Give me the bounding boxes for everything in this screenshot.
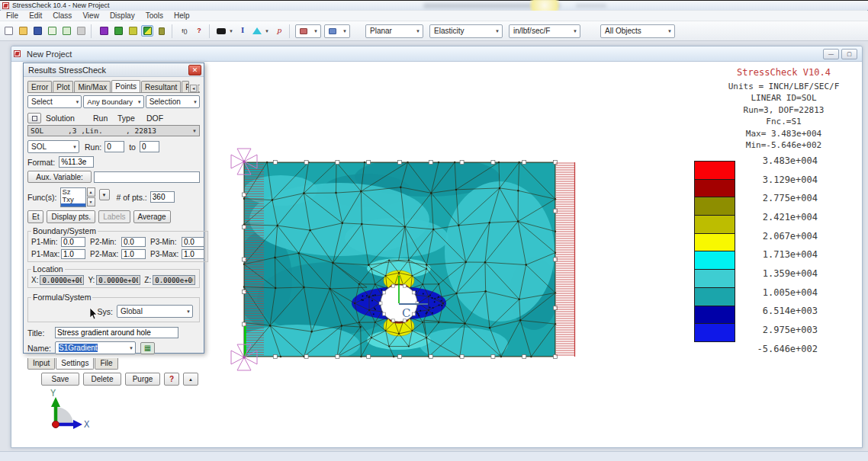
- menu-file[interactable]: File: [6, 11, 18, 20]
- tab-points[interactable]: Points: [111, 80, 140, 93]
- maximize-button[interactable]: ▢: [841, 49, 857, 59]
- save-button[interactable]: Save: [41, 373, 79, 386]
- menu-edit[interactable]: Edit: [29, 11, 42, 20]
- run-to-input[interactable]: [140, 141, 159, 152]
- export-icon[interactable]: [46, 25, 58, 37]
- purge-button[interactable]: Purge: [125, 373, 160, 386]
- selection-combo[interactable]: Selection▼: [146, 95, 200, 108]
- info-linear-id: LINEAR ID=SOL: [702, 92, 866, 104]
- selection-combo-value: Selection: [149, 98, 181, 106]
- p3-min-input[interactable]: [182, 237, 204, 247]
- ibeam-icon[interactable]: I: [236, 25, 249, 37]
- model-view-icon[interactable]: [98, 25, 110, 37]
- menu-tools[interactable]: Tools: [146, 11, 163, 20]
- bottom-tab-settings[interactable]: Settings: [56, 358, 94, 370]
- menu-class[interactable]: Class: [53, 11, 72, 20]
- solution-view-icon[interactable]: [127, 25, 139, 37]
- spinner-down-icon[interactable]: ▼: [87, 197, 95, 206]
- info-function: Fnc.=S1: [702, 116, 866, 128]
- context-help-icon[interactable]: ?: [164, 373, 179, 386]
- spinner-up-icon[interactable]: ▲: [87, 187, 95, 197]
- title-input[interactable]: [55, 327, 178, 338]
- solution-list-combo[interactable]: SOL ,3 ,Lin. , 22813 ▼: [27, 125, 200, 136]
- layers-icon[interactable]: ▼: [251, 25, 271, 37]
- function-item-txy[interactable]: Txy: [63, 196, 85, 203]
- name-combo[interactable]: S1Gradient ▼: [55, 341, 136, 354]
- boundary-combo[interactable]: Any Boundary▼: [83, 95, 143, 108]
- p1-max-input[interactable]: [61, 249, 85, 259]
- dropdown-arrow-icon: ▼: [667, 29, 672, 34]
- select-mode-combo[interactable]: ▼: [324, 24, 350, 38]
- sys-combo[interactable]: Global▼: [117, 305, 193, 318]
- dropdown-arrow-icon: ▼: [137, 100, 142, 104]
- labels-button[interactable]: Labels: [98, 210, 130, 223]
- p-order-icon[interactable]: p: [273, 25, 285, 37]
- app-titlebar[interactable]: StressCheck 10.4 - New Project: [0, 0, 868, 10]
- discipline-combo-value: Elasticity: [434, 27, 464, 35]
- tab-resultant[interactable]: Resultant: [141, 81, 181, 92]
- sol-combo[interactable]: SOL▼: [27, 140, 79, 153]
- function-dropdown-icon[interactable]: ▼: [99, 189, 110, 200]
- units-combo-value: in/lbf/sec/F: [513, 27, 550, 35]
- formula-system-group: Formula/System Sys: Global▼: [27, 293, 200, 322]
- num-pts-input[interactable]: [150, 191, 175, 203]
- tab-plot[interactable]: Plot: [53, 81, 73, 92]
- delete-button[interactable]: Delete: [83, 373, 121, 386]
- results-dialog: Results StressCheck ✕ Error Plot Min/Max…: [23, 62, 204, 354]
- tab-properties[interactable]: Proper: [182, 81, 189, 92]
- format-input[interactable]: [59, 156, 94, 168]
- save-icon[interactable]: [31, 25, 43, 37]
- units-combo[interactable]: in/lbf/sec/F▼: [509, 24, 580, 38]
- rotate-mode-combo[interactable]: ▼: [295, 24, 321, 38]
- tab-minmax[interactable]: Min/Max: [74, 81, 111, 92]
- p1-min-input[interactable]: [61, 237, 85, 247]
- print-icon[interactable]: [75, 25, 87, 37]
- select-combo[interactable]: Select▼: [27, 95, 82, 108]
- objects-combo[interactable]: All Objects▼: [600, 24, 675, 38]
- close-icon[interactable]: ✕: [188, 65, 201, 75]
- p2-min-input[interactable]: [121, 237, 146, 247]
- dropdown-arrow-icon: ▼: [416, 29, 420, 34]
- tab-scroll-left-icon[interactable]: ◄: [190, 85, 197, 92]
- p3-max-input[interactable]: [182, 249, 204, 259]
- legend-band: [694, 306, 735, 325]
- reference-combo[interactable]: Planar▼: [365, 24, 423, 38]
- dropdown-arrow-icon: ▼: [193, 100, 198, 104]
- results-view-icon[interactable]: [141, 25, 153, 37]
- dialog-titlebar[interactable]: Results StressCheck ✕: [24, 63, 204, 77]
- small-view-icon[interactable]: [156, 25, 168, 37]
- mesh-view-icon[interactable]: [112, 25, 124, 37]
- display-style-icon[interactable]: ▼: [216, 25, 234, 37]
- legend-band: [694, 269, 735, 288]
- tab-scroll-right-icon[interactable]: ►: [198, 85, 200, 92]
- bottom-tab-file[interactable]: File: [95, 358, 117, 370]
- average-button[interactable]: Average: [133, 210, 171, 223]
- solution-toggle-button[interactable]: [27, 113, 41, 123]
- app-title: StressCheck 10.4 - New Project: [12, 2, 110, 9]
- bottom-tab-input[interactable]: Input: [27, 358, 55, 370]
- collapse-icon[interactable]: ▲: [183, 373, 198, 386]
- menu-view[interactable]: View: [82, 11, 99, 20]
- open-file-icon[interactable]: [17, 25, 29, 37]
- run-from-input[interactable]: [104, 141, 124, 152]
- aux-variable-input[interactable]: [94, 171, 200, 183]
- legend-band: [694, 287, 735, 306]
- status-strip: [0, 451, 868, 461]
- menu-display[interactable]: Display: [110, 11, 135, 20]
- aux-variable-button[interactable]: Aux. Variable:: [27, 171, 92, 183]
- discipline-combo[interactable]: Elasticity▼: [429, 24, 503, 38]
- et-button[interactable]: Et: [27, 210, 43, 223]
- green-grid-icon[interactable]: ▦: [140, 342, 155, 354]
- p2-max-input[interactable]: [121, 249, 146, 259]
- new-file-icon[interactable]: [2, 25, 14, 37]
- help-icon[interactable]: ?: [193, 25, 205, 37]
- menu-help[interactable]: Help: [174, 11, 190, 20]
- minimize-button[interactable]: —: [823, 49, 839, 59]
- import-icon[interactable]: [60, 25, 72, 37]
- y-input: [96, 275, 140, 285]
- function-listbox[interactable]: Sz Txy: [60, 187, 86, 207]
- display-pts-button[interactable]: Display pts.: [47, 210, 95, 223]
- child-titlebar[interactable]: New Project — ▢: [11, 46, 862, 62]
- tab-error[interactable]: Error: [27, 81, 52, 92]
- function-plot-icon[interactable]: f(): [178, 25, 191, 37]
